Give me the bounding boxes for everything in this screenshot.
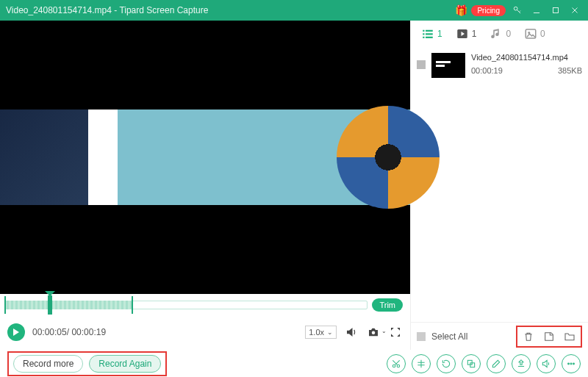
title-bar: Video_240801154714.mp4 - Tipard Screen C…: [0, 0, 588, 21]
svg-point-0: [514, 7, 517, 10]
volume-icon[interactable]: [344, 325, 359, 340]
more-icon[interactable]: [562, 354, 581, 373]
chevron-down-icon: ⌄: [381, 328, 387, 334]
file-filter-tabs: 1 1 0 0: [411, 21, 588, 47]
trim-handle-right[interactable]: [132, 296, 133, 314]
file-list: Video_240801154714.mp4 00:00:19 385KB: [411, 47, 588, 322]
file-name: Video_240801154714.mp4: [6, 5, 112, 15]
svg-point-18: [573, 363, 575, 365]
playhead[interactable]: [48, 295, 52, 315]
svg-rect-5: [423, 37, 424, 38]
export-icon[interactable]: [541, 329, 557, 344]
maximize-button[interactable]: [548, 3, 563, 18]
key-icon[interactable]: [510, 3, 525, 18]
file-duration: 00:00:19: [471, 66, 503, 75]
gift-icon[interactable]: 🎁: [455, 4, 467, 16]
rotate-icon[interactable]: [437, 354, 456, 373]
record-more-button[interactable]: Record more: [13, 355, 83, 373]
pricing-badge[interactable]: Pricing: [471, 5, 506, 16]
fullscreen-icon[interactable]: [388, 325, 403, 340]
file-name-label: Video_240801154714.mp4: [471, 53, 582, 62]
trim-timeline[interactable]: [4, 298, 368, 312]
filter-audio[interactable]: 0: [490, 27, 511, 40]
share-icon[interactable]: [512, 354, 531, 373]
play-button[interactable]: [7, 323, 25, 341]
svg-point-2: [372, 331, 376, 335]
svg-rect-1: [553, 8, 559, 13]
svg-rect-14: [467, 360, 472, 365]
trim-button[interactable]: Trim: [372, 298, 403, 312]
app-name: Tipard Screen Capture: [119, 5, 208, 15]
bottom-toolbar: Record more Record Again: [0, 350, 588, 377]
record-again-button[interactable]: Record Again: [89, 355, 161, 373]
minimize-button[interactable]: [529, 3, 544, 18]
select-all-label: Select All: [431, 331, 467, 342]
delete-icon[interactable]: [520, 329, 537, 344]
svg-rect-8: [426, 37, 433, 38]
filter-image[interactable]: 0: [524, 27, 545, 40]
time-readout: 00:00:05/ 00:00:19: [32, 327, 106, 337]
split-icon[interactable]: [412, 354, 431, 373]
svg-rect-3: [423, 30, 424, 32]
merge-icon[interactable]: [462, 354, 481, 373]
svg-rect-6: [426, 30, 433, 32]
edit-icon[interactable]: [487, 354, 506, 373]
audio-adjust-icon[interactable]: [537, 354, 556, 373]
filter-video[interactable]: 1: [456, 27, 477, 40]
file-size: 385KB: [558, 66, 582, 75]
chevron-down-icon: ⌄: [327, 328, 333, 336]
svg-rect-7: [426, 33, 433, 35]
svg-point-17: [570, 363, 572, 365]
video-frame-art: [337, 106, 440, 209]
row-checkbox[interactable]: [417, 60, 426, 69]
select-all-checkbox[interactable]: [417, 332, 426, 341]
file-thumbnail[interactable]: [431, 53, 465, 78]
cut-icon[interactable]: [387, 354, 406, 373]
highlighted-record-buttons: Record more Record Again: [7, 351, 167, 376]
trim-handle-left[interactable]: [4, 296, 6, 314]
open-folder-icon[interactable]: [562, 329, 578, 344]
filter-list[interactable]: 1: [421, 27, 442, 40]
svg-rect-15: [470, 362, 475, 367]
svg-rect-4: [423, 33, 424, 35]
snapshot-icon[interactable]: ⌄: [366, 325, 381, 340]
playback-speed-select[interactable]: 1.0x ⌄: [305, 326, 337, 339]
highlighted-file-actions: [516, 326, 582, 348]
close-button[interactable]: [567, 3, 582, 18]
list-item[interactable]: Video_240801154714.mp4 00:00:19 385KB: [417, 49, 582, 82]
video-preview[interactable]: [0, 21, 410, 294]
svg-point-16: [568, 363, 570, 365]
